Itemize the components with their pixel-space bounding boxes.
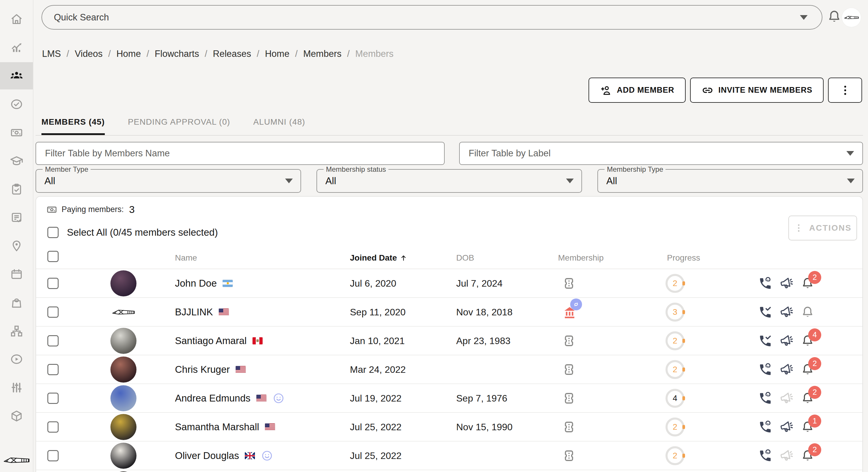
member-name[interactable]: BJJLINK	[175, 306, 213, 318]
megaphone-icon[interactable]	[779, 276, 794, 291]
row-checkbox[interactable]	[48, 335, 59, 347]
bell-icon[interactable]: 4	[801, 334, 815, 348]
add-member-button[interactable]: ADD MEMBER	[589, 78, 686, 103]
progress-ring[interactable]: 3	[665, 303, 684, 322]
member-avatar[interactable]	[111, 270, 136, 296]
member-avatar[interactable]	[111, 328, 136, 354]
actions-button[interactable]: ACTIONS	[788, 215, 857, 240]
sidebar-item-payments[interactable]	[0, 119, 33, 146]
select-all-checkbox[interactable]	[48, 227, 59, 238]
member-name[interactable]: Samantha Marshall	[175, 421, 259, 433]
row-checkbox[interactable]	[48, 278, 59, 289]
header-membership[interactable]: Membership	[558, 253, 603, 263]
member-name[interactable]: Andrea Edmunds	[175, 393, 250, 404]
tab-members-45[interactable]: MEMBERS (45)	[41, 111, 105, 135]
phone-callback-icon[interactable]	[758, 276, 772, 291]
megaphone-icon[interactable]	[779, 362, 794, 377]
header-dob[interactable]: DOB	[456, 253, 474, 263]
breadcrumb-item[interactable]: Releases	[213, 49, 251, 59]
bell-icon[interactable]: 2	[801, 362, 815, 377]
app-logo[interactable]	[2, 452, 31, 468]
sidebar-item-forms[interactable]	[0, 204, 33, 231]
dropdown-membership-type[interactable]: Membership TypeAll	[597, 169, 863, 193]
more-options-button[interactable]	[828, 78, 862, 103]
chevron-down-icon[interactable]	[800, 15, 808, 20]
phone-callback-icon[interactable]	[758, 391, 772, 405]
phone-check-icon[interactable]	[758, 305, 772, 319]
filter-name-input[interactable]	[36, 148, 444, 159]
row-checkbox[interactable]	[48, 450, 59, 461]
member-avatar[interactable]	[111, 414, 136, 440]
sidebar-item-media[interactable]	[0, 346, 33, 373]
sidebar-item-schedule[interactable]	[0, 261, 33, 288]
bell-icon[interactable]: 1	[801, 420, 815, 434]
breadcrumb-separator: /	[347, 49, 350, 59]
filter-by-name[interactable]	[35, 142, 445, 165]
sidebar-item-tasks[interactable]	[0, 176, 33, 203]
table-row: Samantha Marshall Jul 25, 2022 Nov 15, 1…	[36, 413, 863, 442]
dropdown-member-type[interactable]: Member TypeAll	[35, 169, 301, 193]
megaphone-icon[interactable]	[779, 391, 794, 406]
row-checkbox[interactable]	[48, 364, 59, 375]
member-avatar[interactable]	[111, 356, 136, 383]
row-checkbox[interactable]	[48, 421, 59, 433]
sidebar-item-home[interactable]	[0, 6, 33, 33]
header-progress[interactable]: Progress	[667, 253, 700, 263]
progress-ring[interactable]: 2	[665, 331, 684, 350]
filter-by-label[interactable]: Filter Table by Label	[459, 142, 863, 165]
sidebar-item-academy[interactable]	[0, 147, 33, 175]
row-checkbox[interactable]	[48, 306, 59, 318]
megaphone-icon[interactable]	[779, 305, 794, 320]
member-name[interactable]: Oliver Douglas	[175, 450, 239, 461]
progress-ring[interactable]: 4	[665, 389, 684, 408]
progress-ring[interactable]: 2	[665, 417, 684, 437]
member-avatar[interactable]	[111, 299, 136, 325]
header-name[interactable]: Name	[175, 253, 197, 263]
megaphone-icon[interactable]	[779, 448, 794, 463]
sidebar-item-inventory[interactable]	[0, 403, 33, 430]
breadcrumb-item[interactable]: LMS	[42, 49, 61, 59]
sidebar-item-analytics[interactable]	[0, 34, 33, 61]
member-name[interactable]: Santiago Amaral	[175, 335, 247, 347]
sidebar-item-locations[interactable]	[0, 232, 33, 260]
avatar[interactable]	[842, 8, 861, 27]
sidebar-item-approvals[interactable]	[0, 91, 33, 118]
row-checkbox[interactable]	[48, 393, 59, 404]
breadcrumb-item[interactable]: Home	[265, 49, 289, 59]
megaphone-icon[interactable]	[779, 333, 794, 348]
header-joined-date[interactable]: Joined Date	[350, 253, 408, 263]
breadcrumb-item[interactable]: Videos	[74, 49, 102, 59]
tab-alumni-48[interactable]: ALUMNI (48)	[253, 111, 305, 135]
breadcrumb-item[interactable]: Home	[116, 49, 141, 59]
bell-icon[interactable]: 2	[801, 276, 815, 291]
progress-ring[interactable]: 2	[665, 446, 684, 465]
bell-icon[interactable]: 2	[801, 449, 815, 463]
breadcrumb-item[interactable]: Members	[303, 49, 341, 59]
tab-pending-approval-0[interactable]: PENDING APPROVAL (0)	[128, 111, 230, 135]
phone-callback-icon[interactable]	[758, 362, 772, 377]
invite-new-members-button[interactable]: INVITE NEW MEMBERS	[690, 78, 824, 103]
search-input[interactable]	[42, 12, 800, 23]
notifications-bell-icon[interactable]	[827, 8, 842, 25]
sidebar-item-store[interactable]	[0, 289, 33, 316]
progress-ring[interactable]: 2	[665, 360, 684, 379]
breadcrumb-item[interactable]: Flowcharts	[155, 49, 199, 59]
member-avatar[interactable]	[111, 443, 136, 469]
sidebar-item-settings[interactable]	[0, 374, 33, 401]
megaphone-icon[interactable]	[779, 420, 794, 434]
member-avatar[interactable]	[111, 385, 136, 411]
sidebar-item-members[interactable]	[0, 62, 33, 89]
phone-callback-icon[interactable]	[758, 449, 772, 463]
phone-callback-icon[interactable]	[758, 420, 772, 434]
quick-search[interactable]	[41, 5, 823, 30]
play-circle-icon	[10, 352, 23, 366]
bell-icon[interactable]	[801, 305, 815, 319]
member-name[interactable]: Chris Kruger	[175, 364, 230, 375]
progress-ring[interactable]: 2	[665, 274, 684, 293]
sidebar-item-hierarchy[interactable]	[0, 318, 33, 345]
header-checkbox[interactable]	[48, 251, 59, 262]
phone-check-icon[interactable]	[758, 334, 772, 348]
bell-icon[interactable]: 2	[801, 391, 815, 405]
dropdown-membership-status[interactable]: Membership statusAll	[316, 169, 582, 193]
member-name[interactable]: John Doe	[175, 278, 217, 289]
